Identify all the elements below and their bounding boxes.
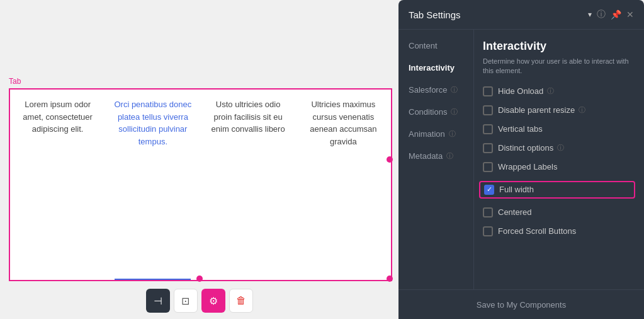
- canvas-area: Tab Lorem ipsum odor amet, consectetuer …: [0, 0, 398, 319]
- checkbox-forced-scroll-buttons[interactable]: [483, 226, 493, 236]
- settings-panel: Tab Settings ▾ ⓘ 📌 ✕ ContentInteractivit…: [398, 0, 644, 319]
- info-icon-disable-parent-resize: ⓘ: [579, 105, 585, 115]
- option-row-forced-scroll-buttons: Forced Scroll Buttons: [483, 226, 635, 236]
- gear-icon: ⚙: [209, 295, 218, 307]
- tab-col-4[interactable]: Ultricies maximus cursus venenatis aenea…: [296, 90, 391, 280]
- info-icon-distinct-options: ⓘ: [557, 143, 564, 153]
- option-row-wrapped-labels: Wrapped Labels: [483, 162, 635, 172]
- info-icon-salesforce: ⓘ: [451, 85, 458, 95]
- panel-content: Interactivity Determine how your user is…: [474, 30, 644, 289]
- option-row-disable-parent-resize: Disable parent resize ⓘ: [483, 105, 635, 115]
- label-forced-scroll-buttons[interactable]: Forced Scroll Buttons: [498, 226, 576, 236]
- resize-handle-corner[interactable]: [387, 276, 393, 282]
- info-icon[interactable]: ⓘ: [597, 9, 606, 20]
- checkbox-wrapped-labels[interactable]: [483, 162, 493, 172]
- tab-widget: Lorem ipsum odor amet, consectetuer adip…: [9, 88, 392, 281]
- checkbox-disable-parent-resize[interactable]: [483, 105, 493, 115]
- pin-icon[interactable]: 📌: [611, 9, 621, 20]
- info-icon-conditions: ⓘ: [451, 107, 458, 117]
- panel-nav: ContentInteractivitySalesforce ⓘConditio…: [398, 30, 474, 289]
- nav-item-animation[interactable]: Animation ⓘ: [398, 123, 473, 145]
- panel-title: Tab Settings: [409, 9, 583, 20]
- panel-header: Tab Settings ▾ ⓘ 📌 ✕: [398, 0, 644, 30]
- nav-item-conditions[interactable]: Conditions ⓘ: [398, 101, 473, 123]
- resize-handle-right[interactable]: [387, 156, 393, 163]
- option-row-distinct-options: Distinct options ⓘ: [483, 143, 635, 153]
- label-full-width[interactable]: Full width: [499, 185, 534, 194]
- option-row-vertical-tabs: Vertical tabs: [483, 124, 635, 134]
- label-centered[interactable]: Centered: [498, 207, 531, 217]
- panel-body: ContentInteractivitySalesforce ⓘConditio…: [398, 30, 644, 289]
- info-icon-animation: ⓘ: [449, 129, 456, 139]
- save-to-components-button[interactable]: Save to My Components: [477, 300, 566, 310]
- toolbar-delete-button[interactable]: 🗑: [229, 289, 253, 313]
- toolbar-expand-button[interactable]: ⊡: [174, 289, 198, 313]
- toolbar-settings-button[interactable]: ⚙: [201, 289, 225, 313]
- expand-icon: ⊡: [181, 295, 189, 307]
- tab-col-2[interactable]: Orci penatibus donec platea tellus viver…: [105, 90, 200, 280]
- label-disable-parent-resize[interactable]: Disable parent resize ⓘ: [498, 105, 585, 115]
- option-row-full-width: ✓Full width: [479, 181, 635, 199]
- checkbox-full-width[interactable]: ✓: [484, 185, 494, 195]
- info-icon-metadata: ⓘ: [446, 151, 453, 161]
- chevron-down-icon[interactable]: ▾: [588, 10, 592, 19]
- label-hide-onload[interactable]: Hide Onload ⓘ: [498, 86, 554, 96]
- widget-toolbar: ⊣ ⊡ ⚙ 🗑: [146, 289, 253, 313]
- label-wrapped-labels[interactable]: Wrapped Labels: [498, 162, 557, 171]
- resize-handle-bottom[interactable]: [196, 276, 203, 282]
- checkbox-distinct-options[interactable]: [483, 143, 493, 153]
- trash-icon: 🗑: [236, 295, 246, 306]
- info-icon-hide-onload: ⓘ: [547, 86, 554, 96]
- checkbox-hide-onload[interactable]: [483, 86, 493, 96]
- label-vertical-tabs[interactable]: Vertical tabs: [498, 124, 543, 134]
- tab-col-3[interactable]: Usto ultricies odio proin facilisis sit …: [201, 90, 296, 280]
- tab-label: Tab: [9, 77, 21, 86]
- tab-col-1[interactable]: Lorem ipsum odor amet, consectetuer adip…: [10, 90, 105, 280]
- panel-footer: Save to My Components: [398, 289, 644, 319]
- pin-icon: ⊣: [154, 295, 162, 307]
- nav-item-salesforce[interactable]: Salesforce ⓘ: [398, 79, 473, 101]
- label-distinct-options[interactable]: Distinct options ⓘ: [498, 143, 564, 153]
- checkbox-centered[interactable]: [483, 207, 493, 218]
- checkbox-vertical-tabs[interactable]: [483, 124, 493, 134]
- toolbar-pin-button[interactable]: ⊣: [146, 289, 170, 313]
- nav-item-interactivity[interactable]: Interactivity: [398, 57, 473, 79]
- nav-item-metadata[interactable]: Metadata ⓘ: [398, 145, 473, 167]
- option-row-hide-onload: Hide Onload ⓘ: [483, 86, 635, 96]
- content-title: Interactivity: [483, 40, 635, 53]
- option-row-centered: Centered: [483, 207, 635, 218]
- content-description: Determine how your user is able to inter…: [483, 57, 635, 76]
- close-icon[interactable]: ✕: [626, 9, 634, 20]
- nav-item-content[interactable]: Content: [398, 35, 473, 57]
